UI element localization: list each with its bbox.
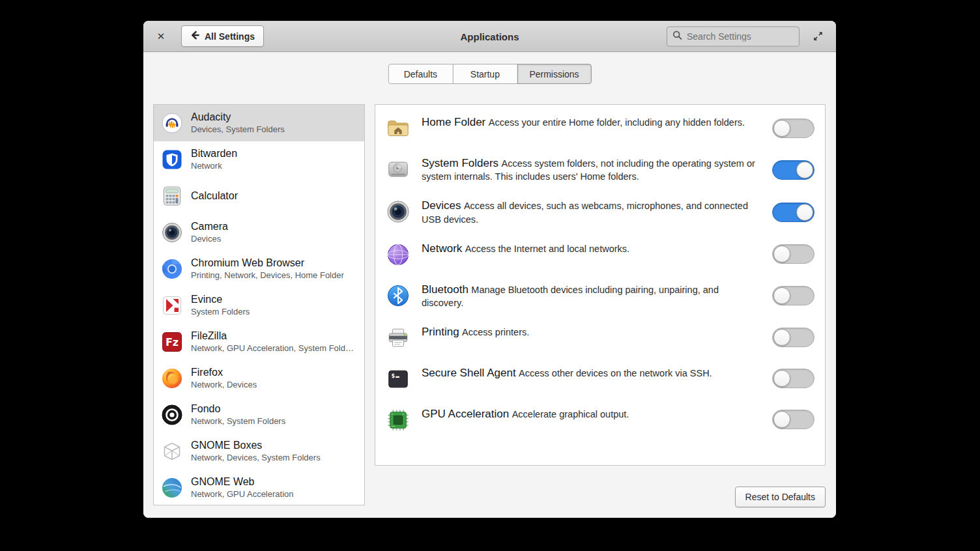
perm-title: System Folders: [422, 157, 498, 169]
system-folders-icon: [386, 157, 411, 182]
settings-window: ✕ All Settings Applications Defaults Sta…: [143, 21, 836, 518]
permission-row-printing: Printing Access printers.: [375, 317, 825, 358]
list-item-fondo[interactable]: Fondo Network, System Folders: [154, 397, 364, 433]
app-permissions: Network, GPU Acceleration: [191, 489, 294, 500]
perm-title: Bluetooth: [422, 283, 468, 296]
app-text: Camera Devices: [191, 220, 228, 245]
all-settings-label: All Settings: [205, 31, 255, 42]
app-name: Calculator: [191, 190, 238, 203]
toggle-knob: [773, 329, 790, 346]
app-permissions: Network: [191, 161, 237, 172]
list-item-audacity[interactable]: Audacity Devices, System Folders: [154, 105, 364, 141]
app-text: FileZilla Network, GPU Acceleration, Sys…: [191, 330, 356, 354]
camera-icon: [162, 222, 182, 243]
tab-defaults[interactable]: Defaults: [388, 64, 453, 84]
gnome-web-icon: [162, 477, 182, 498]
filezilla-icon: Fz: [162, 332, 182, 352]
devices-icon: [386, 199, 411, 224]
list-item-camera[interactable]: Camera Devices: [154, 214, 364, 251]
perm-text: Bluetooth Manage Bluetooth devices inclu…: [422, 283, 761, 309]
view-switcher: Defaults Startup Permissions: [388, 64, 591, 84]
app-text: Evince System Folders: [191, 293, 250, 318]
calculator-icon: [162, 186, 182, 206]
app-text: GNOME Web Network, GPU Acceleration: [191, 475, 294, 500]
app-permissions: Network, System Folders: [191, 416, 285, 427]
app-list: Audacity Devices, System Folders Bitward…: [153, 104, 365, 505]
tab-startup[interactable]: Startup: [452, 64, 517, 84]
permissions-panel: Home Folder Access your entire Home fold…: [375, 104, 826, 466]
list-item-firefox[interactable]: Firefox Network, Devices: [154, 360, 364, 397]
bluetooth-icon: [386, 283, 411, 308]
search-field[interactable]: [667, 26, 800, 46]
tab-startup-label: Startup: [470, 69, 500, 79]
app-name: Fondo: [191, 403, 285, 416]
tab-permissions[interactable]: Permissions: [517, 64, 591, 84]
audacity-icon: [162, 113, 182, 134]
toggle-knob: [773, 287, 790, 304]
all-settings-button[interactable]: All Settings: [181, 25, 264, 47]
perm-title: Devices: [422, 199, 461, 212]
list-item-chromium[interactable]: Chromium Web Browser Printing, Network, …: [154, 251, 364, 287]
tab-defaults-label: Defaults: [404, 69, 437, 79]
headerbar[interactable]: ✕ All Settings Applications: [143, 21, 836, 52]
app-permissions: Devices: [191, 234, 228, 245]
toggle-printing[interactable]: [772, 328, 814, 347]
toggle-knob: [773, 370, 790, 387]
toggle-system-folders[interactable]: [772, 160, 814, 180]
app-name: GNOME Boxes: [191, 439, 321, 452]
content-area: Defaults Startup Permissions Audacity De…: [143, 52, 836, 518]
list-item-gnome-boxes[interactable]: GNOME Boxes Network, Devices, System Fol…: [154, 433, 364, 470]
app-permissions: System Folders: [191, 307, 250, 318]
list-item-calculator[interactable]: Calculator: [154, 178, 364, 214]
toggle-bluetooth[interactable]: [772, 286, 814, 305]
home-folder-icon: [386, 116, 411, 141]
perm-description: Access the Internet and local networks.: [465, 244, 629, 254]
resize-icon[interactable]: [810, 29, 826, 44]
perm-text: GPU Acceleration Accelerate graphical ou…: [422, 407, 761, 421]
chromium-icon: [162, 259, 182, 279]
app-permissions: Network, Devices, System Folders: [191, 453, 321, 464]
evince-icon: [162, 295, 182, 316]
app-permissions: Network, Devices: [191, 380, 257, 391]
app-name: GNOME Web: [191, 475, 294, 488]
toggle-secure-shell-agent[interactable]: [772, 369, 814, 388]
toggle-devices[interactable]: [772, 203, 814, 222]
reset-to-defaults-button[interactable]: Reset to Defaults: [735, 487, 826, 507]
ssh-icon: $: [386, 367, 411, 391]
permission-row-network: Network Access the Internet and local ne…: [375, 234, 825, 275]
back-arrow-icon: [190, 31, 199, 42]
perm-title: Printing: [422, 326, 459, 338]
permission-row-system-folders: System Folders Access system folders, no…: [375, 148, 825, 191]
app-text: Fondo Network, System Folders: [191, 403, 285, 427]
permission-row-home-folder: Home Folder Access your entire Home fold…: [375, 107, 825, 148]
list-item-evince[interactable]: Evince System Folders: [154, 287, 364, 324]
app-name: Bitwarden: [191, 147, 237, 160]
toggle-gpu-acceleration[interactable]: [772, 410, 814, 429]
permission-row-gpu-acceleration: GPU Acceleration Accelerate graphical ou…: [375, 399, 825, 440]
app-text: Bitwarden Network: [191, 147, 237, 172]
app-text: Audacity Devices, System Folders: [191, 111, 285, 135]
toggle-network[interactable]: [772, 244, 814, 264]
toggle-knob: [773, 120, 790, 137]
perm-description: Access printers.: [462, 327, 529, 337]
app-permissions: Printing, Network, Devices, Home Folder: [191, 270, 344, 281]
close-button[interactable]: ✕: [152, 28, 169, 45]
app-text: Firefox Network, Devices: [191, 366, 257, 391]
list-item-gnome-web[interactable]: GNOME Web Network, GPU Acceleration: [154, 470, 364, 505]
close-icon: ✕: [157, 31, 166, 42]
firefox-icon: [162, 368, 182, 389]
perm-description: Accelerate graphical output.: [512, 409, 629, 419]
toggle-knob: [796, 204, 813, 221]
perm-description: Access all devices, such as webcams, mic…: [422, 201, 748, 224]
toggle-knob: [796, 162, 813, 178]
permission-row-devices: Devices Access all devices, such as webc…: [375, 191, 825, 233]
list-item-filezilla[interactable]: Fz FileZilla Network, GPU Acceleration, …: [154, 324, 364, 360]
list-item-bitwarden[interactable]: Bitwarden Network: [154, 141, 364, 178]
reset-to-defaults-label: Reset to Defaults: [745, 492, 815, 502]
search-input[interactable]: [687, 31, 794, 42]
perm-text: Devices Access all devices, such as webc…: [422, 199, 761, 225]
perm-description: Access other devices on the network via …: [519, 368, 712, 378]
perm-text: Secure Shell Agent Access other devices …: [422, 366, 761, 380]
toggle-home-folder[interactable]: [772, 119, 814, 138]
bitwarden-icon: [162, 149, 182, 170]
